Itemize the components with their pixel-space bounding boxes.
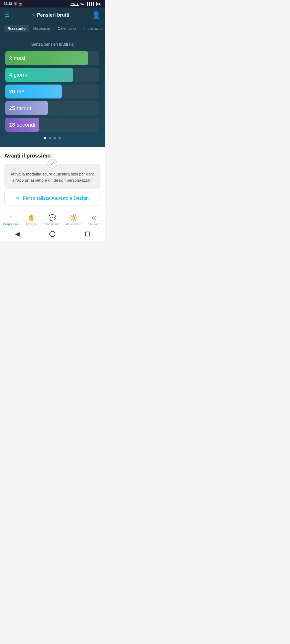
time-bars: 2mesi 4giorni 20ore 25minuti 18secondi <box>5 51 99 132</box>
bar-secondi: 18secondi <box>5 118 99 132</box>
back-button[interactable]: ◀ <box>15 230 20 237</box>
white-section: Avanti il prossimo ✓ Attiva la modalità … <box>0 147 105 211</box>
chevron-icon: » <box>32 12 35 18</box>
progresso-icon: ≡ <box>9 214 12 222</box>
action-label: Personalizza Aspetto e Design <box>23 196 89 201</box>
bar-text-secondi: 18secondi <box>9 122 35 128</box>
dot-1 <box>44 137 46 139</box>
tab-calendario[interactable]: Calendario <box>55 25 79 32</box>
page-title: Pensieri brutti <box>37 12 69 18</box>
tab-riassunto[interactable]: Riassunto <box>4 25 29 32</box>
bar-text-ore: 20ore <box>9 89 24 95</box>
system-bar: ◀ <box>0 228 105 241</box>
status-left: 16:33 🔕 📷 <box>4 2 23 6</box>
network-icon: VoLTE <box>70 2 79 6</box>
checkmark-circle: ✓ <box>48 159 57 169</box>
bar-ore: 20ore <box>5 85 99 98</box>
motivazione-icon: 🔆 <box>69 214 77 222</box>
achievement-text: Attiva la modalità scura o un'altra skin… <box>10 171 95 183</box>
signal-icon: ▌▌▌▌ <box>87 2 95 5</box>
nav-item-progresso[interactable]: ≡ Progresso <box>2 214 19 226</box>
top-bar-center: » Pensieri brutti <box>32 12 69 18</box>
camera-icon: 📷 <box>19 2 23 6</box>
impegni-icon: ✋ <box>27 214 35 222</box>
status-bar: 16:33 🔕 📷 VoLTE 4G+ ▌▌▌▌ 51 <box>0 0 105 8</box>
tab-nav: Riassunto Risparmio Calendario Impostazi… <box>0 23 105 36</box>
top-bar: ☰ » Pensieri brutti 👤 <box>0 8 105 23</box>
supporto-label: Supporto <box>88 222 100 226</box>
community-icon: 💬 <box>48 214 56 222</box>
hamburger-icon[interactable]: ☰ <box>4 12 10 19</box>
impegni-label: Impegni <box>26 222 37 226</box>
nav-item-impegni[interactable]: ✋ Impegni <box>23 214 39 226</box>
nav-item-motivazione[interactable]: 🔆 Motivazione <box>65 214 81 226</box>
action-card[interactable]: ✏ Personalizza Aspetto e Design <box>4 191 100 206</box>
bar-minuti: 25minuti <box>5 101 99 115</box>
recent-button[interactable] <box>85 232 90 236</box>
nav-item-supporto[interactable]: ⊕ Supporto <box>86 214 102 226</box>
tab-risparmio[interactable]: Risparmio <box>30 25 53 32</box>
bar-text-mesi: 2mesi <box>9 55 25 61</box>
pencil-icon: ✏ <box>16 195 20 201</box>
dot-3 <box>54 137 56 139</box>
community-label: Community <box>45 222 60 226</box>
battery-icon: 51 <box>96 2 101 6</box>
nav-item-community[interactable]: 💬 Community <box>44 214 60 226</box>
tab-impostazioni[interactable]: Impostazioni <box>80 25 105 32</box>
progresso-label: Progresso <box>3 222 18 226</box>
time: 16:33 <box>4 2 12 6</box>
home-button[interactable] <box>49 231 55 237</box>
profile-icon[interactable]: 👤 <box>92 11 100 19</box>
alarm-icon: 🔕 <box>13 2 17 6</box>
bottom-nav: ≡ Progresso ✋ Impegni 💬 Community 🔆 Moti… <box>0 211 105 228</box>
supporto-icon: ⊕ <box>92 214 97 222</box>
bar-mesi: 2mesi <box>5 51 99 65</box>
bar-text-giorni: 4giorni <box>9 72 27 78</box>
section-title: Avanti il prossimo <box>4 153 100 159</box>
status-right: VoLTE 4G+ ▌▌▌▌ 51 <box>70 2 101 6</box>
main-card: Senza pensieri brutti da 2mesi 4giorni 2… <box>0 36 105 147</box>
bar-giorni: 4giorni <box>5 68 99 82</box>
dot-4 <box>59 137 61 139</box>
dot-2 <box>49 137 51 139</box>
main-subtitle: Senza pensieri brutti da <box>5 42 99 46</box>
bar-text-minuti: 25minuti <box>9 105 31 111</box>
achievement-wrapper: ✓ Attiva la modalità scura o un'altra sk… <box>4 164 100 189</box>
network-type: 4G+ <box>80 2 86 5</box>
page-dots <box>5 137 99 139</box>
motivazione-label: Motivazione <box>66 222 81 226</box>
